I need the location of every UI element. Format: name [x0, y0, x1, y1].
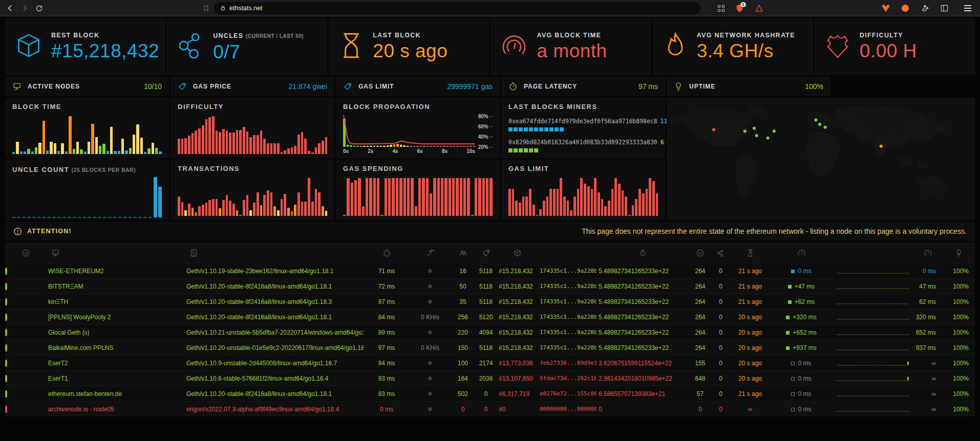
- chart-bar: [57, 151, 60, 154]
- address-bar[interactable]: ethstats.net: [214, 2, 700, 14]
- column-header-cube-icon[interactable]: [497, 249, 538, 257]
- column-header-hourglass-icon[interactable]: [730, 249, 771, 257]
- node-uptime: 100%: [942, 375, 975, 382]
- column-header-stopwatch-icon[interactable]: [364, 249, 410, 257]
- brave-shield-icon[interactable]: 1: [733, 2, 745, 14]
- chart-bar: [178, 139, 180, 154]
- node-last-block-time: ∞: [730, 406, 771, 413]
- node-mining: ❄: [410, 329, 451, 336]
- node-uptime: 100%: [942, 344, 975, 351]
- node-last-block-time: 21 s ago: [730, 390, 771, 398]
- chart-bar: [42, 121, 45, 154]
- node-name[interactable]: WISE-ETHEREUM2: [46, 268, 184, 275]
- node-block-uncles: 0: [712, 298, 730, 305]
- bookmark-icon[interactable]: [200, 2, 212, 14]
- node-propagation-history: [832, 361, 914, 366]
- chart-bar: [110, 127, 113, 154]
- chart-bar: [144, 152, 146, 154]
- node-mining: 0 KH/s: [410, 344, 451, 351]
- column-header-check-circle-icon[interactable]: [5, 249, 46, 257]
- metamask-ext-icon[interactable]: [880, 2, 892, 14]
- column-header-bulb-icon[interactable]: [942, 249, 975, 257]
- chart-bar: [463, 178, 466, 216]
- node-name[interactable]: EserT2: [46, 360, 184, 367]
- chart-bar: [315, 147, 317, 154]
- transactions-chart: TRANSACTIONS: [171, 160, 334, 220]
- uncles-panel: UNCLES (CURRENT / LAST 50) 0/7: [167, 18, 327, 75]
- chart-bar: [351, 183, 353, 216]
- forward-button[interactable]: [18, 2, 31, 14]
- map-node-dot: [814, 118, 817, 121]
- menu-button[interactable]: [962, 2, 974, 14]
- stat-label: AVG BLOCK TIME: [537, 32, 607, 39]
- back-button[interactable]: [4, 2, 16, 14]
- chart-bar: [129, 148, 132, 154]
- node-status: [5, 314, 46, 321]
- chart-bar: [61, 143, 63, 154]
- puzzle-ext-icon[interactable]: [919, 2, 931, 14]
- node-name[interactable]: kinΞTH: [46, 298, 184, 305]
- chart-bar: [95, 137, 98, 154]
- column-header-gauge-icon[interactable]: [914, 249, 942, 257]
- column-header-tag-icon[interactable]: [475, 249, 497, 257]
- column-header-monitor-icon[interactable]: [46, 249, 184, 257]
- node-client: Geth/v1.10.21-unstable-5b5dfba7-20220714…: [184, 329, 364, 336]
- transactions-bars: [178, 175, 327, 216]
- sidebar-ext-icon[interactable]: [938, 2, 950, 14]
- column-header-uncles-sm-icon[interactable]: [712, 249, 730, 257]
- node-name[interactable]: BaikalMine.com PPLNS: [46, 344, 184, 351]
- chart-bar: [91, 124, 94, 154]
- tag-icon: [343, 82, 352, 91]
- uncle-count-bar: [158, 187, 162, 217]
- column-header-users-icon[interactable]: [451, 249, 475, 257]
- node-name[interactable]: BITSTRΞAM: [46, 283, 184, 290]
- extensions-grid-icon[interactable]: [715, 2, 727, 14]
- chart-title: DIFFICULTY: [178, 103, 327, 111]
- uncle-count-bars: [12, 177, 162, 218]
- stat-label: LAST BLOCK: [373, 32, 448, 39]
- node-pending-tx: 5118: [475, 344, 497, 351]
- chart-bar: [426, 178, 429, 216]
- triangle-ext-icon[interactable]: [753, 2, 765, 14]
- chart-bar: [99, 146, 101, 154]
- node-name[interactable]: EserT1: [46, 375, 184, 382]
- map-node-dot: [880, 145, 883, 148]
- node-status: [5, 406, 46, 413]
- reload-button[interactable]: [33, 2, 45, 14]
- node-name[interactable]: ethereum.stefan-benten.de: [46, 390, 184, 398]
- column-header-flame-icon[interactable]: [596, 249, 689, 257]
- node-latency: 97 ms: [364, 344, 410, 351]
- node-pending-tx: 0: [475, 390, 497, 398]
- chart-bar: [226, 130, 228, 154]
- node-name[interactable]: archivenode.io - node05: [46, 406, 184, 413]
- chart-bar: [322, 206, 324, 216]
- chart-bar: [284, 150, 286, 154]
- nodes-table-body: WISE-ETHEREUM2Geth/v1.10.19-stable-23bee…: [5, 263, 975, 416]
- orange-ext-icon[interactable]: [899, 2, 911, 14]
- chart-bar: [267, 190, 269, 216]
- node-name[interactable]: Glocal Geth (s): [46, 329, 184, 336]
- node-world-map: [667, 98, 975, 220]
- chart-bar: [411, 178, 413, 216]
- chart-bar: [184, 138, 187, 154]
- chart-bar: [635, 199, 637, 216]
- chart-bar: [294, 205, 296, 216]
- url-text: ethstats.net: [229, 5, 263, 12]
- chart-bar: [236, 210, 239, 216]
- node-row: BITSTRΞAMGeth/v1.10.20-stable-8f2416a8/l…: [5, 278, 975, 294]
- node-block-hash: 5fdac73d...262c1bc8: [538, 375, 596, 382]
- chart-bar: [625, 196, 627, 216]
- node-name[interactable]: [PPLNS] WoolyPooly 2: [46, 314, 184, 321]
- column-header-terminal-icon[interactable]: [184, 249, 364, 257]
- node-last-block-time: 20 s ago: [730, 314, 771, 321]
- node-peers: 0: [451, 406, 475, 413]
- node-block-uncles: 0: [712, 344, 730, 351]
- column-header-check-circle-icon[interactable]: [689, 249, 712, 257]
- column-header-pickaxe-icon[interactable]: [410, 249, 451, 257]
- chart-subtitle: (25 BLOCKS PER BAR): [72, 167, 136, 173]
- propagation-line: [343, 113, 475, 147]
- node-block-txs: 57: [689, 390, 712, 398]
- node-status: [5, 390, 46, 398]
- column-header-gauge-icon[interactable]: [771, 249, 832, 257]
- miner-count: 6: [661, 139, 664, 146]
